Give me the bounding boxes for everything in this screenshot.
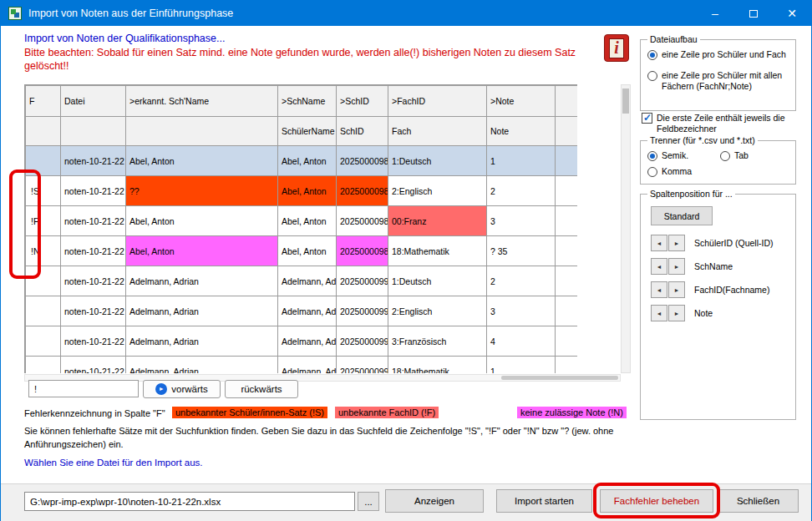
cell-schid[interactable]: 2025000098 [337, 206, 388, 236]
search-back-button[interactable]: rückwärts [225, 380, 298, 398]
cell-erkannt[interactable]: ?? [126, 176, 278, 206]
checkbox-icon[interactable] [642, 113, 652, 124]
cell-schid[interactable]: 2025000099 [337, 326, 388, 357]
cell-extra[interactable] [556, 296, 578, 326]
schliessen-button[interactable]: Schließen [718, 489, 799, 513]
radio-icon[interactable] [647, 151, 657, 161]
arrow-left-button[interactable]: ◄ [651, 235, 667, 251]
browse-button[interactable]: ... [358, 492, 379, 511]
cell-datei[interactable]: noten-10-21-22 [61, 326, 126, 357]
cell-note[interactable]: 1 [487, 146, 556, 176]
cell-note[interactable]: 3 [487, 206, 556, 236]
cell-extra[interactable] [556, 206, 578, 236]
cell-schname[interactable]: Abel, Anton [278, 206, 337, 236]
cell-f[interactable]: !S [26, 176, 61, 206]
radio-icon[interactable] [647, 167, 657, 177]
cell-f[interactable]: !N [26, 236, 61, 266]
arrow-right-button[interactable]: ► [668, 305, 685, 321]
radio-icon[interactable] [720, 151, 730, 161]
cell-note[interactable]: 2 [487, 266, 556, 296]
cell-extra[interactable] [556, 266, 578, 296]
radio-one-line-per-subject[interactable]: eine Zeile pro Schüler und Fach [647, 49, 791, 60]
cell-fachid[interactable]: 2:Englisch [388, 176, 487, 206]
cell-f[interactable] [26, 146, 61, 176]
cell-extra[interactable] [556, 146, 578, 176]
table-row[interactable]: !S noten-10-21-22 ?? Abel, Anton 2025000… [26, 176, 578, 206]
cell-extra[interactable] [556, 326, 578, 357]
cell-schid[interactable]: 2025000098( [337, 176, 388, 206]
cell-schname[interactable]: Abel, Anton [278, 236, 337, 266]
table-row[interactable]: !F noten-10-21-22 Abel, Anton Abel, Anto… [26, 206, 578, 236]
table-row[interactable]: noten-10-21-22 Adelmann, Adrian Adelmann… [26, 357, 578, 374]
cell-schname[interactable]: Adelmann, Adrian [278, 326, 337, 357]
cell-erkannt[interactable]: Adelmann, Adrian [126, 357, 278, 374]
arrow-right-button[interactable]: ► [668, 281, 685, 298]
cell-fachid[interactable]: 18:Mathematik [388, 236, 487, 266]
maximize-button[interactable] [734, 1, 773, 26]
arrow-left-button[interactable]: ◄ [651, 305, 667, 321]
table-row[interactable]: noten-10-21-22 Abel, Anton Abel, Anton 2… [26, 146, 578, 176]
cell-schid[interactable]: 2025000098 [337, 236, 388, 266]
cell-f[interactable] [26, 266, 61, 296]
arrow-left-button[interactable]: ◄ [651, 258, 667, 275]
cell-datei[interactable]: noten-10-21-22 [61, 206, 126, 236]
table-row[interactable]: noten-10-21-22 Adelmann, Adrian Adelmann… [26, 266, 578, 296]
cell-note[interactable]: ? 35 [487, 236, 556, 266]
cell-erkannt[interactable]: Adelmann, Adrian [126, 326, 278, 357]
first-row-headers-checkbox[interactable]: Die erste Zeile enthält jeweils die Feld… [642, 113, 795, 134]
close-button[interactable]: ✕ [773, 1, 811, 26]
cell-schid[interactable]: 2025000099 [337, 266, 388, 296]
file-path-input[interactable] [24, 492, 355, 511]
radio-tab[interactable]: Tab [720, 150, 749, 161]
search-forward-button[interactable]: ► vorwärts [143, 380, 221, 398]
horizontal-scrollbar-thumb[interactable] [501, 376, 618, 380]
cell-extra[interactable] [556, 236, 578, 266]
cell-erkannt[interactable]: Adelmann, Adrian [126, 296, 278, 326]
standard-button[interactable]: Standard [651, 206, 713, 225]
minimize-button[interactable]: – [696, 1, 734, 26]
info-button[interactable]: i [604, 34, 629, 62]
anzeigen-button[interactable]: Anzeigen [385, 489, 484, 513]
cell-schid[interactable]: 2025000099 [337, 357, 388, 374]
vertical-scrollbar[interactable] [621, 84, 631, 373]
cell-fachid[interactable]: 1:Deutsch [388, 146, 487, 176]
choose-file-link[interactable]: Wählen Sie eine Datei für den Import aus… [24, 458, 203, 468]
cell-fachid[interactable]: 00:Franz [388, 206, 487, 236]
cell-f[interactable] [26, 326, 61, 357]
table-row[interactable]: noten-10-21-22 Adelmann, Adrian Adelmann… [26, 296, 578, 326]
cell-datei[interactable]: noten-10-21-22 [61, 296, 126, 326]
cell-schid[interactable]: 2025000098 [337, 146, 388, 176]
cell-schname[interactable]: Adelmann, Adrian [278, 357, 337, 374]
cell-schname[interactable]: Abel, Anton [278, 146, 337, 176]
vertical-scrollbar-thumb[interactable] [622, 89, 629, 114]
radio-one-line-all-subjects[interactable]: eine Zeile pro Schüler mit allen Fächern… [647, 70, 791, 92]
cell-fachid[interactable]: 18:Mathematik [388, 357, 487, 374]
search-input[interactable] [28, 380, 139, 397]
radio-icon[interactable] [647, 71, 657, 81]
cell-fachid[interactable]: 1:Deutsch [388, 266, 487, 296]
arrow-right-button[interactable]: ► [668, 235, 685, 251]
cell-note[interactable]: 2 [487, 176, 556, 206]
cell-erkannt[interactable]: Abel, Anton [126, 146, 278, 176]
cell-fachid[interactable]: 2:Englisch [388, 296, 487, 326]
cell-schname[interactable]: Adelmann, Adrian [278, 296, 337, 326]
radio-semikolon[interactable]: Semik. [647, 150, 688, 161]
cell-datei[interactable]: noten-10-21-22 [61, 357, 126, 374]
cell-erkannt[interactable]: Abel, Anton [126, 236, 278, 266]
cell-erkannt[interactable]: Abel, Anton [126, 206, 278, 236]
cell-schname[interactable]: Abel, Anton [278, 176, 337, 206]
arrow-right-button[interactable]: ► [668, 258, 685, 275]
cell-erkannt[interactable]: Adelmann, Adrian [126, 266, 278, 296]
cell-schid[interactable]: 2025000099 [337, 296, 388, 326]
fachfehler-beheben-button[interactable]: Fachfehler beheben [600, 489, 713, 513]
cell-datei[interactable]: noten-10-21-22 [61, 266, 126, 296]
cell-f[interactable] [26, 357, 61, 374]
radio-icon[interactable] [647, 50, 657, 60]
cell-datei[interactable]: noten-10-21-22 [61, 146, 126, 176]
cell-f[interactable]: !F [26, 206, 61, 236]
import-starten-button[interactable]: Import starten [496, 489, 592, 513]
table-row[interactable]: !N noten-10-21-22 Abel, Anton Abel, Anto… [26, 236, 578, 266]
cell-note[interactable]: 4 [487, 326, 556, 357]
cell-note[interactable]: 1 [487, 357, 556, 374]
cell-f[interactable] [26, 296, 61, 326]
